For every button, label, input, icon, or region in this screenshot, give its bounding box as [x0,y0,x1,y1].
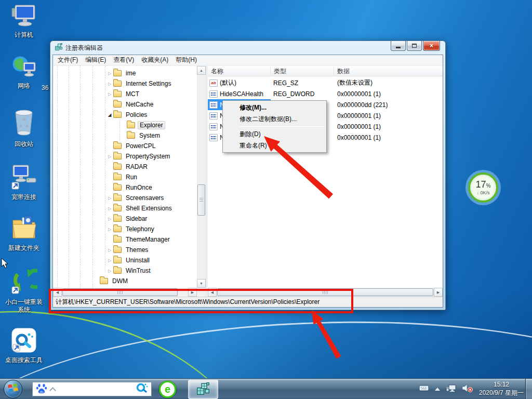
tree-item[interactable]: Explorer [53,120,197,130]
start-button[interactable] [4,380,22,398]
desktop-icon-desktop-search[interactable]: 桌面搜索工具 [0,327,48,364]
desktop-icon-new-folder[interactable]: 新建文件夹 [0,215,48,252]
network-tray-icon[interactable] [446,384,456,394]
clock-date: 2020/9/7 星期一 [479,389,524,397]
tree-vertical-scrollbar[interactable]: ▲ ▼ [197,66,206,288]
context-menu-delete[interactable]: 删除(D) [224,128,325,140]
column-header-type[interactable]: 类型 [271,66,334,76]
tree-item[interactable]: ▷ MCT [53,89,197,99]
desktop-icon-broadband[interactable]: 宽带连接 [0,164,48,201]
registry-value-row[interactable]: HideSCAHealth REG_DWORD 0x00000001 (1) [208,88,443,99]
tree-item[interactable]: ◢ Policies [53,110,197,120]
expander-icon[interactable]: ▷ [106,92,113,97]
tree-item[interactable]: Run [53,172,197,182]
menu-help[interactable]: 帮助(H) [172,55,201,65]
folder-icon [113,70,122,76]
value-type-icon [209,101,218,109]
expander-icon[interactable]: ◢ [106,112,113,117]
tree-item-label: System [138,131,162,140]
tree-item[interactable]: ▷ Screensavers [53,193,197,203]
tree-item[interactable]: ▷ Uninstall [53,255,197,265]
tree-item-label: Sidebar [124,215,149,223]
taskbar-search-box[interactable]: du [32,382,152,396]
net-speed-widget[interactable]: 17% ↓ 0K/s [468,172,498,203]
menu-view[interactable]: 查看(V) [110,55,138,65]
registry-value-row[interactable]: ab (默认) REG_SZ (数值未设置) [208,77,443,88]
tree-item[interactable]: ▷ WinTrust [53,265,197,276]
close-button[interactable]: × [423,41,440,51]
desktop-icon-network[interactable]: 网络 [0,54,48,90]
desktop-icon-computer[interactable]: 计算机 [0,4,48,39]
expander-icon[interactable]: ▷ [106,227,113,232]
system-tray: 15:12 2020/9/7 星期一 [419,379,524,399]
registry-tree-pane: ▷ ime ▷ Internet Settings ▷ MCT NetCache… [53,66,206,297]
expander-icon[interactable]: ▷ [106,269,113,273]
down-arrow-icon: ↓ [476,190,479,195]
tree-item[interactable]: RunOnce [53,182,197,193]
show-hidden-icons-icon[interactable] [435,388,440,391]
desktop-icon-recycle-bin[interactable]: 回收站 [0,108,48,148]
tree-item[interactable]: ▷ Shell Extensions [53,203,197,214]
minimize-button[interactable] [391,41,406,51]
expander-icon[interactable]: ▷ [106,82,113,86]
expander-icon[interactable]: ▷ [106,154,113,159]
desktop-icon-xiaobai-reinstall[interactable]: 小白一键重装系统 [0,267,48,314]
value-name: HideSCAHealth [220,90,263,98]
chevron-up-icon[interactable] [49,387,56,394]
expander-icon[interactable]: ▷ [106,217,113,221]
tree-item-label: Telephony [124,225,156,233]
show-desktop-button[interactable] [525,379,532,399]
context-menu-rename[interactable]: 重命名(R) [224,140,325,151]
tree-item[interactable]: ▷ PropertySystem [53,151,197,162]
registry-editor-taskbar-button[interactable] [188,380,218,399]
value-name-cell[interactable]: HideSCAHealth [208,88,271,99]
browser-taskbar-button[interactable]: e [159,381,176,398]
column-header-name[interactable]: 名称 [208,66,271,76]
maximize-button[interactable] [407,41,422,51]
expander-icon[interactable]: ▷ [106,258,113,263]
tree-item[interactable]: System [53,130,197,141]
folder-icon [113,101,122,108]
scroll-right-icon[interactable]: ▶ [434,288,443,297]
tree-item[interactable]: ▷ Internet Settings [53,78,197,89]
column-header-data[interactable]: 数据 [334,66,443,76]
tree-item[interactable]: ▷ Telephony [53,224,197,234]
windows-logo-icon [7,382,19,396]
taskbar: du e 15:12 2020/9/7 星期一 [0,378,532,399]
expander-icon[interactable]: ▷ [106,71,113,76]
tree-item[interactable]: ▷ Sidebar [53,214,197,224]
tree-item[interactable]: ▷ ime [53,68,197,78]
tree-item-label: Uninstall [124,256,151,264]
window-title: 注册表编辑器 [65,44,103,52]
value-type-icon [209,90,218,98]
scroll-down-icon[interactable]: ▼ [197,279,206,288]
context-menu-modify-binary[interactable]: 修改二进制数据(B)... [224,113,325,125]
partially-hidden-icon-label: 36 [42,84,48,91]
expander-icon[interactable]: ▷ [106,248,113,252]
menu-edit[interactable]: 编辑(E) [82,55,110,65]
title-bar[interactable]: 注册表编辑器 [50,41,445,55]
taskbar-clock[interactable]: 15:12 2020/9/7 星期一 [479,381,524,397]
volume-muted-icon[interactable] [462,384,473,394]
folder-icon [113,195,122,201]
menu-file[interactable]: 文件(F) [54,55,82,65]
scrollbar-thumb[interactable] [197,184,205,216]
expander-icon[interactable]: ▷ [106,196,113,201]
tree-item[interactable]: RADAR [53,162,197,172]
tree-item[interactable]: PowerCPL [53,141,197,151]
value-type-icon [209,112,218,119]
expander-icon[interactable]: ▷ [106,206,113,211]
scroll-up-icon[interactable]: ▲ [197,66,206,75]
menu-favorites[interactable]: 收藏夹(A) [138,55,172,65]
keyboard-input-icon[interactable] [419,384,429,394]
context-menu-modify[interactable]: 修改(M)... [224,102,325,113]
minimize-icon [396,47,401,48]
tree-item[interactable]: DWM [53,276,197,286]
value-name-cell[interactable]: ab (默认) [208,77,271,88]
tree-item[interactable]: ThemeManager [53,234,197,245]
search-q-logo-icon[interactable] [136,382,148,396]
download-speed: ↓ 0K/s [476,190,489,195]
tree-item-label: DWM [111,277,129,285]
tree-item[interactable]: ▷ Themes [53,245,197,255]
tree-item[interactable]: NetCache [53,99,197,110]
